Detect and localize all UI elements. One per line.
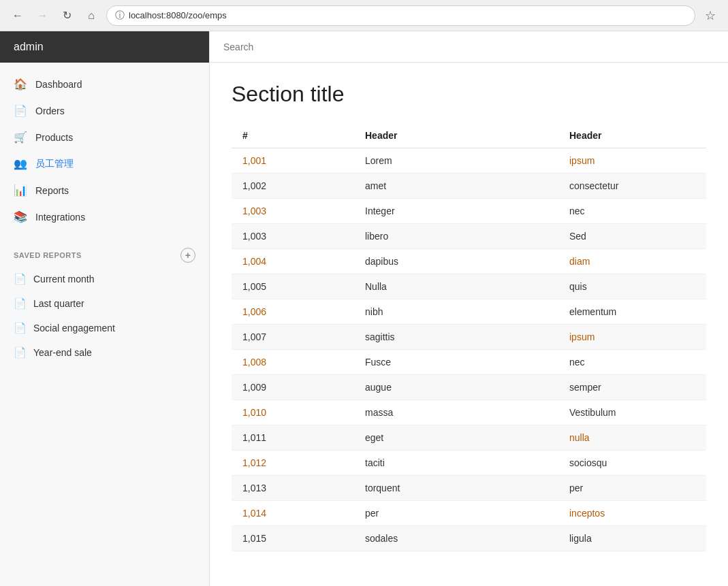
cell-id-8: 1,008: [232, 350, 354, 375]
content-area: Section title # Header Header 1,001Lorem…: [210, 63, 728, 570]
col-header-num: #: [232, 123, 354, 148]
table-row: 1,007sagittisipsum: [232, 325, 706, 350]
home-button[interactable]: ⌂: [82, 6, 101, 25]
report-icon-last-quarter: 📄: [14, 297, 27, 310]
sidebar-nav: 🏠Dashboard📄Orders🛒Products👥员工管理📊Reports📚…: [0, 63, 209, 238]
info-icon: ⓘ: [115, 10, 125, 22]
refresh-button[interactable]: ↻: [57, 6, 76, 25]
table-body: 1,001Loremipsum1,002ametconsectetur1,003…: [232, 148, 706, 551]
table-header: # Header Header: [232, 123, 706, 148]
table-row: 1,001Loremipsum: [232, 148, 706, 174]
table-row: 1,005Nullaquis: [232, 274, 706, 299]
cell-col2-4: diam: [558, 249, 706, 274]
table-row: 1,014perinceptos: [232, 501, 706, 526]
back-button[interactable]: ←: [8, 6, 27, 25]
products-icon: 🛒: [14, 131, 27, 144]
cell-col1-12: taciti: [354, 451, 558, 476]
cell-id-0: 1,001: [232, 148, 354, 174]
sidebar-header: admin: [0, 31, 209, 63]
sidebar-item-label-integrations: Integrations: [35, 212, 85, 223]
add-report-button[interactable]: +: [180, 248, 195, 263]
cell-col1-6: nibh: [354, 299, 558, 325]
cell-col1-3: libero: [354, 224, 558, 249]
cell-id-13: 1,013: [232, 476, 354, 501]
saved-report-label-social-engagement: Social engagement: [33, 323, 115, 333]
cell-col2-10: Vestibulum: [558, 400, 706, 425]
table-row: 1,004dapibusdiam: [232, 249, 706, 274]
cell-col1-2: Integer: [354, 199, 558, 224]
sidebar-item-orders[interactable]: 📄Orders: [0, 97, 209, 124]
app-container: admin 🏠Dashboard📄Orders🛒Products👥员工管理📊Re…: [0, 31, 728, 586]
cell-col1-14: per: [354, 501, 558, 526]
report-icon-social-engagement: 📄: [14, 322, 27, 334]
cell-id-15: 1,015: [232, 526, 354, 551]
cell-col2-14: inceptos: [558, 501, 706, 526]
cell-col1-0: Lorem: [354, 148, 558, 174]
cell-col2-6: elementum: [558, 299, 706, 325]
saved-report-label-last-quarter: Last quarter: [33, 298, 84, 309]
sidebar-item-label-dashboard: Dashboard: [35, 79, 82, 90]
sidebar-item-reports[interactable]: 📊Reports: [0, 177, 209, 204]
emp-mgmt-icon: 👥: [14, 157, 27, 170]
cell-col1-8: Fusce: [354, 350, 558, 375]
cell-col1-9: augue: [354, 375, 558, 400]
sidebar-item-emp-mgmt[interactable]: 👥员工管理: [0, 150, 209, 177]
cell-col2-5: quis: [558, 274, 706, 299]
col-header-2: Header: [558, 123, 706, 148]
cell-col2-3: Sed: [558, 224, 706, 249]
table-row: 1,011egetnulla: [232, 425, 706, 451]
table-row: 1,008Fuscenec: [232, 350, 706, 375]
cell-col2-1: consectetur: [558, 174, 706, 199]
cell-col1-5: Nulla: [354, 274, 558, 299]
sidebar-item-dashboard[interactable]: 🏠Dashboard: [0, 71, 209, 97]
sidebar-item-label-orders: Orders: [35, 105, 65, 116]
table-row: 1,003liberoSed: [232, 224, 706, 249]
cell-col2-0: ipsum: [558, 148, 706, 174]
saved-report-social-engagement[interactable]: 📄Social engagement: [0, 316, 209, 340]
table-row: 1,006nibhelementum: [232, 299, 706, 325]
cell-col2-13: per: [558, 476, 706, 501]
cell-id-5: 1,005: [232, 274, 354, 299]
cell-col2-2: nec: [558, 199, 706, 224]
table-row: 1,002ametconsectetur: [232, 174, 706, 199]
saved-reports-list: 📄Current month📄Last quarter📄Social engag…: [0, 267, 209, 365]
sidebar-item-label-reports: Reports: [35, 185, 69, 196]
integrations-icon: 📚: [14, 210, 27, 223]
cell-id-4: 1,004: [232, 249, 354, 274]
search-bar: [210, 31, 728, 63]
cell-col1-11: eget: [354, 425, 558, 451]
sidebar-item-products[interactable]: 🛒Products: [0, 124, 209, 150]
table-row: 1,010massaVestibulum: [232, 400, 706, 425]
saved-report-year-end-sale[interactable]: 📄Year-end sale: [0, 340, 209, 365]
cell-col2-12: sociosqu: [558, 451, 706, 476]
bookmark-button[interactable]: ☆: [701, 6, 720, 25]
cell-col2-11: nulla: [558, 425, 706, 451]
sidebar: admin 🏠Dashboard📄Orders🛒Products👥员工管理📊Re…: [0, 31, 210, 586]
sidebar-item-integrations[interactable]: 📚Integrations: [0, 204, 209, 230]
cell-col1-7: sagittis: [354, 325, 558, 350]
cell-col1-15: sodales: [354, 526, 558, 551]
table-row: 1,003Integernec: [232, 199, 706, 224]
saved-report-current-month[interactable]: 📄Current month: [0, 267, 209, 291]
sidebar-title: admin: [14, 41, 44, 53]
table-row: 1,009auguesemper: [232, 375, 706, 400]
col-header-1: Header: [354, 123, 558, 148]
saved-report-last-quarter[interactable]: 📄Last quarter: [0, 291, 209, 316]
forward-button[interactable]: →: [33, 6, 52, 25]
sidebar-item-label-emp-mgmt: 员工管理: [35, 158, 74, 170]
cell-col1-13: torquent: [354, 476, 558, 501]
address-bar[interactable]: ⓘ localhost:8080/zoo/emps: [106, 5, 695, 26]
orders-icon: 📄: [14, 104, 27, 117]
cell-id-11: 1,011: [232, 425, 354, 451]
url-text: localhost:8080/zoo/emps: [129, 10, 227, 20]
table-row: 1,013torquentper: [232, 476, 706, 501]
table-row: 1,012tacitisociosqu: [232, 451, 706, 476]
cell-col2-8: nec: [558, 350, 706, 375]
data-table: # Header Header 1,001Loremipsum1,002amet…: [232, 123, 706, 551]
search-input[interactable]: [223, 42, 714, 52]
dashboard-icon: 🏠: [14, 78, 27, 91]
sidebar-item-label-products: Products: [35, 132, 73, 143]
cell-id-1: 1,002: [232, 174, 354, 199]
cell-col2-9: semper: [558, 375, 706, 400]
saved-reports-section: SAVED REPORTS +: [0, 238, 209, 267]
